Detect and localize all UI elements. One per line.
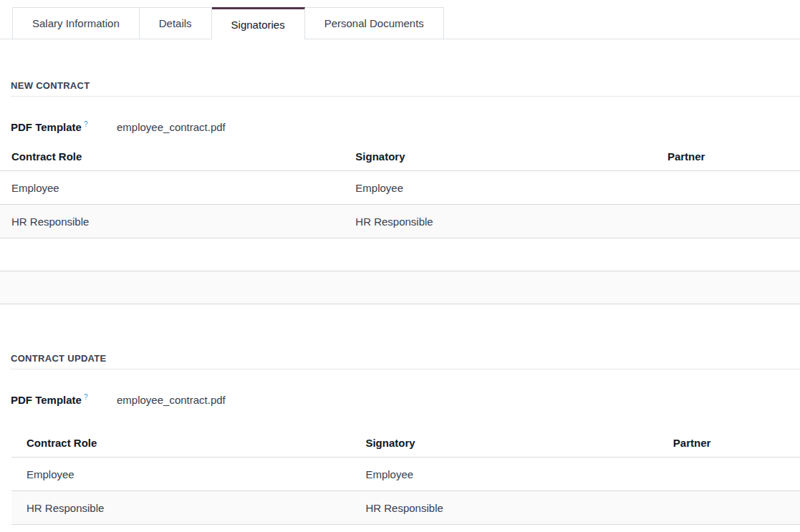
table-row[interactable]: Employee Employee [11,458,800,491]
pdf-template-field: PDF Template? employee_contract.pdf [11,393,800,407]
pdf-template-label-wrap: PDF Template? [11,393,117,407]
table-header-row: Contract Role Signatory Partner [0,142,800,171]
tab-signatories[interactable]: Signatories [212,7,305,39]
cell-contract-role: Employee [0,182,344,194]
pdf-template-label: PDF Template [11,394,82,406]
column-header-signatory[interactable]: Signatory [350,437,657,449]
cell-signatory: Employee [344,182,656,194]
section-title: CONTRACT UPDATE [11,353,800,369]
table-row[interactable]: HR Responsible HR Responsible [11,491,800,525]
pdf-template-value: employee_contract.pdf [117,393,226,407]
tab-personal-documents[interactable]: Personal Documents [305,7,444,39]
cell-signatory: Employee [350,468,657,480]
section-new-contract: NEW CONTRACT PDF Template? employee_cont… [0,80,800,304]
help-icon[interactable]: ? [84,120,88,128]
table-row[interactable]: HR Responsible HR Responsible [0,205,800,238]
signatories-table: Contract Role Signatory Partner Employee… [11,428,800,525]
tab-salary-information[interactable]: Salary Information [12,7,140,39]
column-header-partner[interactable]: Partner [658,437,800,449]
tab-bar: Salary Information Details Signatories P… [0,7,800,39]
table-row[interactable]: Employee Employee [0,171,800,205]
help-icon[interactable]: ? [84,393,88,401]
section-title: NEW CONTRACT [11,80,800,97]
pdf-template-field: PDF Template? employee_contract.pdf [11,120,800,135]
pdf-template-value: employee_contract.pdf [117,120,226,135]
signatories-table: Contract Role Signatory Partner Employee… [0,142,800,304]
cell-signatory: HR Responsible [344,216,656,228]
column-header-partner[interactable]: Partner [656,150,800,163]
pdf-template-label-wrap: PDF Template? [11,120,117,135]
cell-signatory: HR Responsible [350,502,657,514]
tab-details[interactable]: Details [140,7,212,39]
column-header-contract-role[interactable]: Contract Role [11,437,350,449]
table-empty-row [0,271,800,304]
table-empty-row [0,238,800,271]
cell-contract-role: HR Responsible [11,502,350,514]
cell-contract-role: Employee [11,468,350,480]
cell-contract-role: HR Responsible [0,216,344,228]
section-contract-update: CONTRACT UPDATE PDF Template? employee_c… [0,353,800,525]
table-header-row: Contract Role Signatory Partner [11,428,800,458]
column-header-signatory[interactable]: Signatory [344,150,656,163]
pdf-template-label: PDF Template [11,121,82,133]
column-header-contract-role[interactable]: Contract Role [0,150,344,163]
